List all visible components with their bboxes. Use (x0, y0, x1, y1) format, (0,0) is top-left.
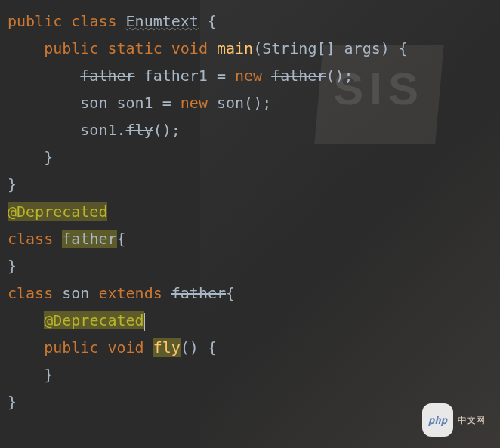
class-name: son (53, 284, 98, 302)
code-line[interactable]: father father1 = new father(); (8, 62, 500, 89)
keyword-class: class (8, 284, 53, 302)
keyword-public: public (44, 39, 98, 57)
code-line[interactable]: class father{ (8, 225, 500, 252)
class-name: Enumtext (126, 12, 199, 30)
text-cursor (144, 313, 145, 331)
keyword-static: static (107, 39, 162, 57)
ctor-call: son(); (208, 94, 271, 112)
deprecated-parent: father (171, 284, 226, 302)
annotation-deprecated: @Deprecated (8, 202, 107, 221)
code-line[interactable]: } (8, 361, 500, 388)
keyword-class: class (8, 230, 53, 248)
code-line[interactable]: public static void main(String[] args) { (8, 35, 500, 62)
method-params: () { (181, 338, 217, 357)
method-name: main (217, 39, 253, 57)
code-line[interactable]: son1.fly(); (8, 116, 500, 144)
statement-end: (); (326, 66, 353, 85)
code-line[interactable]: } (8, 144, 500, 171)
method-params: (String[] args) { (253, 39, 408, 57)
deprecated-ctor: father (271, 66, 326, 85)
code-line[interactable]: @Deprecated (8, 307, 500, 334)
code-line[interactable]: son son1 = new son(); (8, 89, 500, 116)
brace: { (199, 12, 217, 30)
keyword-public: public (44, 338, 98, 357)
code-line[interactable]: } (8, 252, 500, 280)
object-ref: son1. (80, 121, 125, 139)
annotation-deprecated: @Deprecated (44, 311, 144, 329)
class-name: father (62, 230, 116, 248)
deprecated-type: father (80, 66, 134, 85)
brace: } (8, 257, 17, 275)
keyword-void: void (171, 39, 208, 57)
watermark: php 中文网 (422, 403, 485, 437)
statement-end: (); (153, 121, 181, 139)
code-line[interactable]: @Deprecated (8, 198, 500, 225)
keyword-extends: extends (98, 284, 162, 302)
variable-decl: son1 = (117, 94, 181, 112)
code-line[interactable]: public void fly() { (8, 334, 500, 361)
method-name: fly (153, 338, 181, 357)
keyword-public: public (8, 12, 62, 30)
brace: } (44, 148, 53, 166)
keyword-new: new (181, 94, 208, 112)
brace: } (8, 393, 17, 411)
code-line[interactable]: class son extends father{ (8, 280, 500, 307)
deprecated-method-call: fly (126, 121, 153, 139)
watermark-text: 中文网 (458, 406, 485, 434)
brace: { (226, 284, 235, 302)
type: son (80, 94, 116, 112)
brace: } (44, 366, 53, 384)
brace: } (8, 175, 17, 193)
code-line[interactable]: } (8, 171, 500, 198)
code-editor[interactable]: public class Enumtext { public static vo… (0, 0, 500, 416)
keyword-new: new (235, 66, 262, 85)
variable-decl: father1 = (135, 66, 235, 85)
keyword-class: class (71, 12, 116, 30)
brace: { (117, 230, 126, 248)
watermark-logo: php (422, 403, 453, 437)
code-line[interactable]: public class Enumtext { (8, 8, 500, 35)
keyword-void: void (107, 338, 144, 357)
